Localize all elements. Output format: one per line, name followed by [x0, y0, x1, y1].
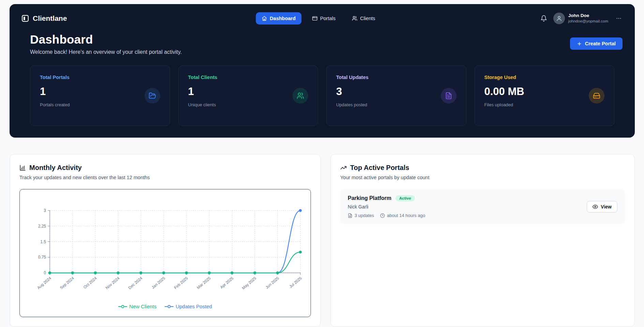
page-subtitle: Welcome back! Here's an overview of your…	[30, 49, 182, 55]
svg-text:Sep 2024: Sep 2024	[59, 276, 75, 290]
clientlane-logo-icon	[21, 14, 29, 22]
top-active-portals-title-row: Top Active Portals	[340, 164, 625, 172]
top-active-portals-title: Top Active Portals	[350, 164, 409, 172]
stat-value: 1	[40, 85, 160, 98]
svg-text:Mar 2025: Mar 2025	[196, 276, 211, 290]
more-options-icon[interactable]	[614, 14, 623, 23]
svg-text:Nov 2024: Nov 2024	[105, 276, 120, 290]
legend-item-new-clients: New Clients	[118, 303, 156, 309]
user-email: johndoe@yopmail.com	[568, 19, 608, 24]
stat-card-total-clients: Total Clients 1 Unique clients	[178, 65, 318, 126]
chart-legend: New Clients Updates Posted	[20, 303, 311, 309]
top-active-portals-card: Top Active Portals Your most active port…	[330, 154, 635, 327]
nav-label: Portals	[320, 16, 335, 21]
stat-card-total-updates: Total Updates 3 Updates posted	[326, 65, 466, 126]
create-portal-label: Create Portal	[585, 41, 616, 46]
avatar	[553, 13, 565, 24]
file-text-icon	[441, 88, 456, 104]
svg-text:Oct 2024: Oct 2024	[83, 276, 98, 290]
home-icon	[261, 16, 267, 21]
svg-text:Dec 2024: Dec 2024	[128, 276, 143, 290]
legend-line-icon	[118, 305, 127, 309]
stat-card-total-portals: Total Portals 1 Portals created	[30, 65, 170, 126]
stat-sublabel: Portals created	[40, 102, 160, 107]
svg-text:Apr 2025: Apr 2025	[219, 276, 234, 289]
nav-item-portals[interactable]: Portals	[306, 12, 341, 25]
eye-icon	[593, 204, 598, 209]
stat-value: 3	[336, 85, 456, 98]
line-chart-canvas: 00.751.52.253Aug 2024Sep 2024Oct 2024Nov…	[20, 189, 311, 316]
brand-logo[interactable]: Clientlane	[21, 14, 67, 22]
bar-chart-icon	[19, 165, 26, 171]
brand-name: Clientlane	[33, 14, 67, 22]
svg-text:Jul 2025: Jul 2025	[288, 276, 302, 289]
nav-label: Clients	[360, 16, 375, 21]
svg-text:Jan 2025: Jan 2025	[151, 276, 166, 290]
page-header-text: Dashboard Welcome back! Here's an overvi…	[30, 33, 182, 55]
stat-label: Total Portals	[40, 75, 160, 80]
page-header: Dashboard Welcome back! Here's an overvi…	[21, 28, 623, 55]
portal-last-update-time: about 14 hours ago	[387, 213, 425, 218]
nav-item-clients[interactable]: Clients	[346, 12, 381, 25]
portal-updates-meta: 3 updates	[348, 213, 374, 218]
monthly-activity-title-row: Monthly Activity	[19, 164, 311, 172]
monthly-activity-chart: 00.751.52.253Aug 2024Sep 2024Oct 2024Nov…	[19, 189, 311, 317]
legend-line-icon	[165, 305, 174, 309]
nav-item-dashboard[interactable]: Dashboard	[256, 12, 301, 25]
svg-text:0: 0	[44, 270, 46, 275]
create-portal-button[interactable]: Create Portal	[570, 37, 623, 50]
user-info: John Doe johndoe@yopmail.com	[568, 13, 608, 24]
page-title: Dashboard	[30, 33, 182, 46]
stat-label: Total Updates	[336, 75, 456, 80]
svg-text:Aug 2024: Aug 2024	[36, 276, 52, 290]
portal-item-details: Parking Platform Active Nick Garli 3 upd…	[348, 195, 425, 218]
users-icon	[352, 16, 357, 21]
portal-list-item: Parking Platform Active Nick Garli 3 upd…	[340, 189, 625, 224]
user-name: John Doe	[568, 13, 608, 19]
legend-label: Updates Posted	[176, 303, 212, 309]
hero-panel: Clientlane Dashboard Portals	[10, 4, 635, 138]
status-badge: Active	[395, 195, 415, 201]
stat-value: 1	[188, 85, 309, 98]
clock-icon	[380, 213, 385, 218]
top-navigation-bar: Clientlane Dashboard Portals	[21, 9, 623, 28]
main-content: Monthly Activity Track your updates and …	[10, 154, 635, 327]
nav-label: Dashboard	[270, 16, 296, 21]
main-nav: Dashboard Portals Clients	[256, 12, 381, 25]
stat-label: Storage Used	[484, 75, 605, 80]
portal-name-row: Parking Platform Active	[348, 195, 425, 201]
svg-text:2.25: 2.25	[38, 224, 46, 229]
portal-client-name: Nick Garli	[348, 204, 425, 209]
svg-text:1.5: 1.5	[40, 239, 46, 244]
plus-icon	[577, 41, 582, 46]
folder-open-icon	[145, 88, 160, 104]
stat-sublabel: Unique clients	[188, 102, 309, 107]
notifications-bell-icon[interactable]	[540, 15, 547, 22]
monthly-activity-subtitle: Track your updates and new clients over …	[19, 175, 311, 180]
stat-card-storage-used: Storage Used 0.00 MB Files uploaded	[475, 65, 615, 126]
svg-text:0.75: 0.75	[38, 255, 46, 260]
stat-label: Total Clients	[188, 75, 309, 80]
users-icon	[293, 88, 308, 104]
stat-sublabel: Files uploaded	[484, 102, 605, 107]
view-button-label: View	[601, 204, 612, 209]
portal-name: Parking Platform	[348, 195, 391, 201]
user-cluster: John Doe johndoe@yopmail.com	[540, 13, 623, 24]
trending-up-icon	[340, 165, 347, 171]
stat-sublabel: Updates posted	[336, 102, 456, 107]
app-window-icon	[312, 16, 317, 21]
svg-text:Feb 2025: Feb 2025	[173, 276, 189, 290]
hard-drive-icon	[589, 88, 604, 104]
portal-time-meta: about 14 hours ago	[380, 213, 425, 218]
legend-item-updates-posted: Updates Posted	[165, 303, 212, 309]
user-menu[interactable]: John Doe johndoe@yopmail.com	[553, 13, 608, 24]
stats-row: Total Portals 1 Portals created Total Cl…	[21, 55, 623, 126]
view-portal-button[interactable]: View	[587, 201, 617, 213]
svg-text:May 2025: May 2025	[241, 276, 257, 290]
portal-updates-count: 3 updates	[355, 213, 374, 218]
legend-label: New Clients	[129, 303, 156, 309]
stat-value: 0.00 MB	[484, 85, 605, 98]
svg-text:3: 3	[44, 208, 46, 213]
monthly-activity-title: Monthly Activity	[29, 164, 82, 172]
top-active-portals-subtitle: Your most active portals by update count	[340, 175, 625, 180]
